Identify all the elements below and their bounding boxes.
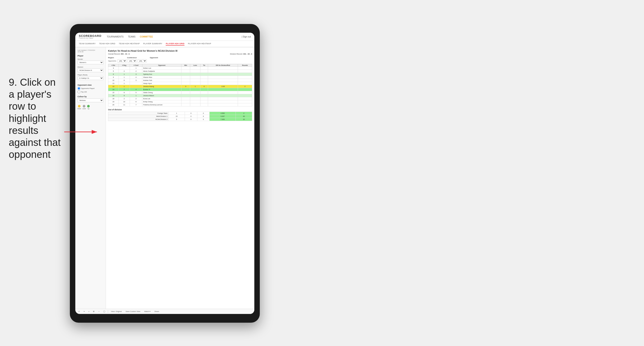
save-custom-button[interactable]: Save Custom View <box>124 310 141 313</box>
table-cell <box>190 67 200 70</box>
table-cell <box>182 73 190 76</box>
table-cell <box>208 82 238 85</box>
table-cell: 8 <box>118 91 130 94</box>
table-cell <box>208 70 238 73</box>
sidebar: Last Updated: 27/03/2024 16:55:38 Player… <box>75 47 106 309</box>
table-cell <box>190 91 200 94</box>
table-cell <box>130 85 142 88</box>
table-cell <box>190 73 200 76</box>
table-cell: 3 <box>130 79 142 82</box>
table-cell <box>182 88 190 91</box>
sign-out[interactable]: | Sign out <box>242 35 251 38</box>
grid-button[interactable]: ⊞ <box>92 310 96 313</box>
table-row[interactable]: Foreign Team1004.5002 <box>108 112 252 115</box>
table-row[interactable]: 522Alexis Sudjianto <box>108 70 252 73</box>
table-row[interactable]: 1063Andrea York <box>108 79 252 82</box>
sub-nav-team-h2h-grid[interactable]: TEAM H2H GRID <box>99 42 115 46</box>
table-cell <box>200 73 208 76</box>
opponent-view: Opponent view Opponents Played Top 100 <box>78 84 104 93</box>
table-row[interactable]: NAIA Division 115009.26730 <box>108 115 252 118</box>
sub-nav-player-h2h-heatmap[interactable]: PLAYER H2H HEATMAP <box>188 42 211 46</box>
table-cell: Sharon Mun <box>142 76 182 79</box>
legend-down-circle <box>78 105 80 108</box>
sub-nav-team-h2h-heatmap[interactable]: TEAM H2H HEATMAP <box>119 42 140 46</box>
table-row[interactable]: 1474Eunice Yi <box>108 88 252 91</box>
redo-button[interactable]: ↪ <box>82 310 86 313</box>
table-cell: Sydney Kuo <box>142 73 182 76</box>
table-cell <box>208 76 238 79</box>
nav-committee[interactable]: COMMITTEE <box>140 35 153 38</box>
refresh-button[interactable]: ◯ <box>102 310 106 313</box>
legend-up-label: Up <box>88 108 89 109</box>
filters-section: Region Conference Opponent Opponents: (A… <box>108 57 252 63</box>
table-cell: 4 <box>130 88 142 91</box>
out-row-rounds: 2 <box>236 112 252 115</box>
table-cell: Euna Lee <box>142 97 182 100</box>
table-cell: 1 <box>130 67 142 70</box>
table-cell <box>238 67 252 70</box>
radio-top100[interactable]: Top 100 <box>78 90 104 93</box>
colour-by-select[interactable]: Win/loss <box>78 99 104 102</box>
table-row[interactable]: 914Sharon Mun <box>108 76 252 79</box>
col-div: # Div <box>108 64 119 67</box>
table-cell <box>200 79 208 82</box>
out-row-label: NCAA Division 2 <box>108 118 168 121</box>
out-row-rounds: 30 <box>236 115 252 118</box>
table-row[interactable]: 1822Euna Lee <box>108 97 252 100</box>
table-cell: 3 <box>130 73 142 76</box>
table-cell: 5 <box>130 91 142 94</box>
table-row[interactable]: 131Heejo Hyun <box>108 82 252 85</box>
view-original-button[interactable]: View: Original <box>110 310 123 313</box>
out-row-cell: 0 <box>197 115 210 118</box>
conf-filter-select[interactable]: (All) <box>128 59 137 63</box>
opponents-label: Opponents: <box>108 60 116 62</box>
table-cell: 6 <box>108 73 119 76</box>
player-rank-label: Player (Rank) <box>78 74 104 76</box>
table-row[interactable]: 19106Emily Chang <box>108 100 252 103</box>
col-win: Win <box>182 64 190 67</box>
table-row[interactable]: 1585Stella Cheng <box>108 91 252 94</box>
opponent-filter-select[interactable]: (All) <box>138 59 147 63</box>
share-button[interactable]: Share <box>153 310 160 313</box>
table-cell <box>208 79 238 82</box>
player-rank-select[interactable]: 8. Katelyn Vo <box>78 76 104 80</box>
reset-button[interactable]: ⎌ <box>88 310 90 313</box>
table-cell <box>190 97 200 100</box>
gender-select[interactable]: Women's <box>78 61 104 64</box>
sub-nav-player-h2h-grid[interactable]: PLAYER H2H GRID <box>166 42 184 46</box>
table-row[interactable]: 131Jessica Huang010-3.002 <box>108 85 252 88</box>
col-rounds: Rounds <box>238 64 252 67</box>
watch-button[interactable]: Watch ▾ <box>143 310 152 313</box>
conference-label: Conference <box>127 57 137 59</box>
table-cell <box>200 70 208 73</box>
out-row-cell: 0 <box>197 118 210 121</box>
sub-nav-player-summary[interactable]: PLAYER SUMMARY <box>143 42 162 46</box>
table-cell <box>182 82 190 85</box>
table-row[interactable]: NCAA Division 25007.40010 <box>108 118 252 121</box>
legend-down: Down <box>78 105 81 109</box>
table-cell: 1 <box>130 94 142 97</box>
radio-opponents-played[interactable]: Opponents Played <box>78 87 104 90</box>
toolbar-sep <box>108 310 108 313</box>
table-cell <box>238 82 252 85</box>
table-cell <box>238 79 252 82</box>
undo-button[interactable]: ↩ <box>78 310 81 313</box>
table-row[interactable]: 20117Federica Domecq Lacroze <box>108 103 252 106</box>
tablet-frame: SCOREBOARD Powered by clippd TOURNAMENTS… <box>70 24 260 323</box>
filter-row: Opponents: (All) (All) (All) <box>108 59 252 63</box>
table-row[interactable]: 1691Jessica Mason <box>108 94 252 97</box>
table-row[interactable]: 613Sydney Kuo <box>108 73 252 76</box>
col-reg: # Reg <box>118 64 130 67</box>
nav-tournaments[interactable]: TOURNAMENTS <box>107 35 124 38</box>
table-cell <box>200 91 208 94</box>
sub-nav-team-summary[interactable]: TEAM SUMMARY <box>79 42 96 46</box>
nav-teams[interactable]: TEAMS <box>128 35 135 38</box>
division-select[interactable]: NCAA Division III <box>78 68 104 72</box>
region-filter-select[interactable]: (All) <box>118 59 126 63</box>
table-cell: 4 <box>130 76 142 79</box>
table-cell <box>190 76 200 79</box>
expand-button[interactable]: ↔ <box>97 310 101 313</box>
table-row[interactable]: 31Esther Lee <box>108 67 252 70</box>
legend-level-circle <box>83 105 85 108</box>
table-cell: Heejo Hyun <box>142 82 182 85</box>
